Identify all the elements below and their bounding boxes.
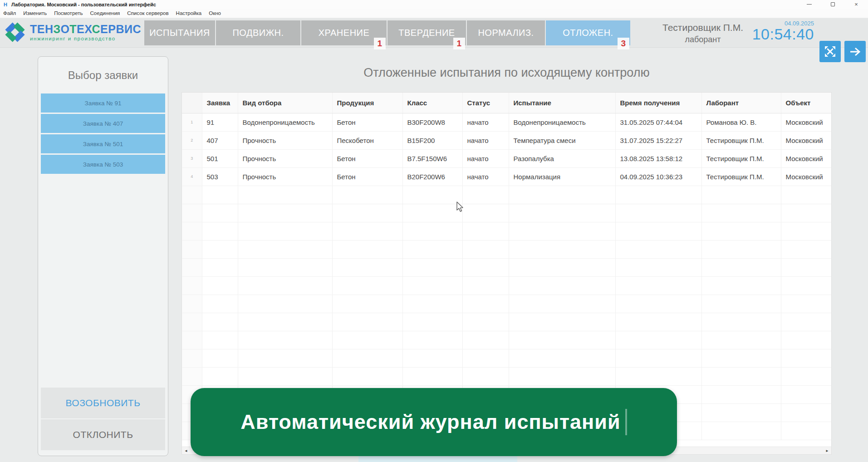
empty-cell [781, 331, 832, 349]
empty-cell [402, 313, 462, 331]
table-cell: 91 [202, 113, 238, 131]
empty-cell [238, 276, 332, 295]
app-icon: Н [4, 2, 7, 7]
tab-6[interactable]: ОТЛОЖЕН.3 [546, 20, 630, 45]
restore-button[interactable] [821, 0, 844, 9]
column-header-7[interactable]: Время получения [615, 93, 701, 113]
table-cell: B15F200 [402, 131, 462, 149]
column-header-5[interactable]: Статус [462, 93, 509, 113]
empty-cell [332, 313, 402, 331]
close-icon: × [854, 1, 858, 7]
empty-cell [509, 331, 615, 349]
empty-cell [332, 276, 402, 295]
empty-cell [781, 313, 832, 331]
empty-cell [615, 222, 701, 240]
empty-cell [701, 258, 781, 276]
empty-cell [509, 258, 615, 276]
request-button-1[interactable]: Заявка № 91 [41, 93, 165, 113]
menu-item-1[interactable]: Файл [3, 10, 16, 16]
column-header-2[interactable]: Вид отбора [238, 93, 332, 113]
tab-1[interactable]: ИСПЫТАНИЯ [144, 20, 215, 45]
table-cell: Тестировщик П.М. [701, 149, 781, 167]
column-header-4[interactable]: Класс [402, 93, 462, 113]
column-header-9[interactable]: Объект [781, 93, 832, 113]
empty-cell [509, 295, 615, 313]
app-header: ТЕНЗОТЕХСЕРВИС инжиниринг и производство… [0, 18, 868, 48]
column-header-6[interactable]: Испытание [509, 93, 615, 113]
table-cell: начато [462, 149, 509, 167]
scroll-right-icon[interactable]: ► [825, 449, 829, 453]
menu-item-6[interactable]: Настройка [176, 10, 202, 16]
request-button-4[interactable]: Заявка № 503 [41, 155, 165, 174]
request-button-3[interactable]: Заявка № 501 [41, 134, 165, 153]
empty-cell [402, 349, 462, 367]
tab-badge: 1 [374, 38, 386, 49]
table-cell: Водонепроницаемость [238, 113, 332, 131]
table-row[interactable]: 2407ПрочностьПескобетонB15F200начатоТемп… [182, 131, 832, 149]
row-number: 1 [182, 113, 202, 131]
table-cell: начато [462, 131, 509, 149]
empty-cell [615, 186, 701, 204]
table-cell: Бетон [332, 113, 402, 131]
tab-badge: 1 [453, 38, 465, 49]
menu-item-3[interactable]: Посмотреть [54, 10, 83, 16]
empty-cell [781, 222, 832, 240]
scroll-left-icon[interactable]: ◄ [184, 449, 188, 453]
empty-cell [238, 222, 332, 240]
empty-cell [701, 367, 781, 385]
empty-cell [402, 295, 462, 313]
empty-cell [701, 331, 781, 349]
empty-cell [182, 240, 202, 258]
menu-item-4[interactable]: Соединения [90, 10, 120, 16]
table-cell: 407 [202, 131, 238, 149]
request-list: Заявка № 91Заявка № 407Заявка № 501Заявк… [38, 93, 168, 174]
empty-cell [402, 240, 462, 258]
menu-bar: ФайлИзменитьПосмотретьСоединенияСписок с… [0, 9, 868, 18]
empty-cell [182, 276, 202, 295]
empty-cell [332, 331, 402, 349]
tab-4[interactable]: ТВЕРДЕНИЕ1 [387, 20, 466, 45]
restore-icon [831, 2, 835, 6]
empty-cell [402, 258, 462, 276]
empty-cell [202, 349, 238, 367]
column-header-1[interactable]: Заявка [202, 93, 238, 113]
minimize-icon [807, 4, 812, 5]
tab-label: НОРМАЛИЗ. [478, 28, 534, 38]
table-row[interactable]: 3501ПрочностьБетонB7.5F150W6начатоРазопа… [182, 149, 832, 167]
empty-cell [509, 313, 615, 331]
table-row[interactable]: 4503ПрочностьБетонB20F200W6начатоНормали… [182, 167, 832, 186]
fullscreen-button[interactable] [819, 41, 841, 62]
close-button[interactable]: × [844, 0, 868, 9]
empty-cell [202, 367, 238, 385]
tab-2[interactable]: ПОДВИЖН. [216, 20, 300, 45]
exit-button[interactable] [844, 41, 866, 62]
menu-item-7[interactable]: Окно [209, 10, 221, 16]
empty-cell [332, 295, 402, 313]
request-button-2[interactable]: Заявка № 407 [41, 114, 165, 133]
empty-cell [781, 385, 832, 403]
row-number: 4 [182, 167, 202, 186]
empty-row [182, 331, 832, 349]
tab-5[interactable]: НОРМАЛИЗ. [467, 20, 545, 45]
table-cell: Романова Ю. В. [701, 113, 781, 131]
empty-cell [402, 276, 462, 295]
empty-cell [182, 313, 202, 331]
resume-button[interactable]: ВОЗОБНОВИТЬ [41, 388, 165, 418]
empty-cell [332, 204, 402, 222]
empty-cell [182, 331, 202, 349]
request-selection-panel: Выбор заявки Заявка № 91Заявка № 407Заяв… [38, 56, 168, 456]
empty-cell [509, 349, 615, 367]
empty-row [182, 258, 832, 276]
menu-item-5[interactable]: Список серверов [127, 10, 168, 16]
decline-button[interactable]: ОТКЛОНИТЬ [41, 419, 165, 450]
menu-item-2[interactable]: Изменить [23, 10, 47, 16]
empty-cell [701, 422, 781, 440]
empty-cell [781, 367, 832, 385]
tab-3[interactable]: ХРАНЕНИЕ1 [301, 20, 387, 45]
minimize-button[interactable] [797, 0, 821, 9]
empty-cell [781, 422, 832, 440]
column-header-3[interactable]: Продукция [332, 93, 402, 113]
table-row[interactable]: 191ВодонепроницаемостьБетонB30F200W8нача… [182, 113, 832, 131]
column-header-8[interactable]: Лаборант [701, 93, 781, 113]
empty-cell [615, 258, 701, 276]
